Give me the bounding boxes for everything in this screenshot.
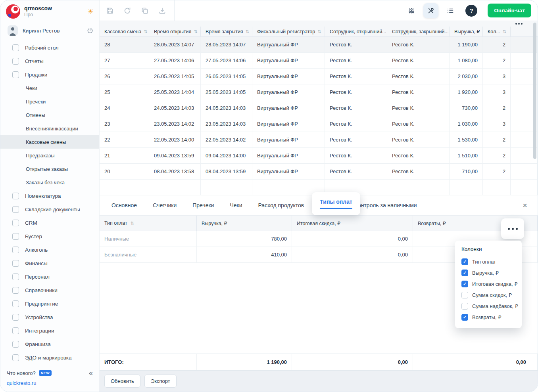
help-button[interactable]: ? [465,5,477,17]
detail-tab[interactable]: Чеки [222,195,250,215]
sidebar-item[interactable]: Финансы [0,256,99,270]
shift-row[interactable]: 20 08.04.2023 13:58 08.04.2023 13:59 Вир… [100,164,538,180]
column-toggle-label: Сумма скидок, ₽ [472,292,512,298]
sidebar-item[interactable]: Бустер [0,229,99,243]
cell-count: 2 [483,164,511,179]
sidebar-item[interactable]: Рабочий стол [0,41,99,54]
shifts-column-header[interactable]: Время открытия ⇅ [149,27,201,36]
payments-column-header[interactable]: Итоговая скидка, ₽ ⇅ [292,216,413,231]
checkbox-icon[interactable] [461,270,468,276]
sidebar-item-label: Финансы [25,260,48,266]
sidebar-item[interactable]: Персонал [0,270,99,283]
save-icon[interactable] [106,7,114,15]
sidebar-item[interactable]: Продажи [0,68,99,81]
checkbox-icon[interactable] [461,303,468,310]
action-button[interactable]: Обновить [104,375,140,388]
sidebar-subitem[interactable]: Чеки [0,81,99,95]
sidebar-item[interactable]: Алкоголь [0,243,99,256]
shift-row[interactable]: 27 27.05.2023 14:06 27.05.2023 14:06 Вир… [100,53,538,69]
download-icon[interactable] [158,7,166,15]
logout-icon[interactable] [86,27,94,34]
avatar [8,25,18,36]
shifts-column-header[interactable]: Кассовая смена ⇅ [100,27,149,36]
refresh-icon[interactable] [123,7,131,15]
sidebar-subitem[interactable]: Заказы без чека [0,176,99,189]
close-panel-icon[interactable]: × [516,201,534,210]
theme-toggle-icon[interactable]: ☀ [87,7,94,16]
shift-row[interactable]: 24 24.05.2023 14:03 24.05.2023 14:03 Вир… [100,100,538,116]
sidebar-item[interactable]: Франшиза [0,337,99,351]
sidebar-item[interactable]: Предприятие [0,297,99,310]
cell-closed-by: Рестов К. [387,37,450,52]
sidebar-item[interactable]: Устройства [0,310,99,324]
shifts-column-header[interactable]: Кол... ⇅ [483,27,511,36]
shifts-column-header[interactable]: Сотрудник, открывший... ⇅ [325,27,387,36]
cell-extra [511,164,538,179]
column-toggle[interactable]: Возвраты, ₽ [461,312,515,323]
sidebar-subitem[interactable]: Предзаказы [0,149,99,162]
shift-row[interactable]: 28 28.05.2023 14:07 28.05.2023 14:07 Вир… [100,37,538,53]
shift-row[interactable]: 26 26.05.2023 14:05 26.05.2023 14:05 Вир… [100,69,538,84]
sort-icon: ⇅ [194,29,197,34]
whats-new-link[interactable]: Что нового? [7,370,36,376]
shift-row[interactable]: 22 22.05.2023 14:00 22.05.2023 14:02 Вир… [100,132,538,148]
detail-tab[interactable]: Счетчики [145,195,184,215]
column-toggle[interactable]: Выручка, ₽ [461,267,515,278]
detail-tab[interactable]: Основное [104,195,145,215]
sidebar-subitem-label: Предзаказы [26,153,55,159]
shifts-column-header[interactable]: Фискальный регистратор ⇅ [252,27,325,36]
online-chat-button[interactable]: Онлайн-чат [488,4,531,17]
payments-column-header[interactable]: Выручка, ₽ ⇅ [197,216,292,231]
vertical-scrollbar[interactable] [533,23,536,159]
checkbox-icon[interactable] [461,292,468,298]
sidebar-item[interactable]: Интеграции [0,324,99,337]
user-row: Кирилл Рестов [0,23,99,38]
collapse-sidebar-icon[interactable]: « [89,369,93,377]
detail-tab[interactable]: Пречеки [184,195,222,215]
sidebar-subitem[interactable]: Пречеки [0,95,99,108]
cell-closed-by: Рестов К. [387,164,450,179]
site-link[interactable]: quickresto.ru [0,379,99,388]
column-header-label: Возвраты, ₽ [418,220,446,226]
sidebar-item[interactable]: Складские документы [0,203,99,216]
shifts-column-header[interactable]: Время закрытия ⇅ [201,27,252,36]
column-header-label: Фискальный регистратор [257,29,315,34]
checkbox-icon[interactable] [461,258,468,265]
sidebar-subitem[interactable]: Внесения/инкассации [0,122,99,135]
column-toggle[interactable]: Сумма скидок, ₽ [461,289,515,300]
shift-row[interactable]: 25 25.05.2023 14:04 25.05.2023 14:05 Вир… [100,84,538,100]
filters-icon[interactable] [407,7,415,15]
column-toggle[interactable]: Итоговая скидка, ₽ [461,278,515,289]
checkbox-icon[interactable] [461,314,468,321]
payments-column-header[interactable]: Тип оплат ⇅ [100,216,197,231]
copy-icon[interactable] [141,7,149,15]
column-toggle[interactable]: Сумма надбавок, ₽ [461,300,515,312]
more-columns-button[interactable] [501,218,524,239]
cell-open-time: 22.05.2023 14:00 [149,132,201,147]
sidebar-item[interactable]: Отчеты [0,54,99,68]
sidebar-subitem[interactable]: Кассовые смены [0,135,99,149]
action-button[interactable]: Экспорт [144,375,177,388]
shift-row[interactable]: 21 09.04.2023 13:59 09.04.2023 14:00 Вир… [100,148,538,164]
checkbox-icon[interactable] [461,281,468,287]
tools-icon[interactable] [423,3,438,18]
sidebar-subitem[interactable]: Отмены [0,108,99,122]
shifts-column-header[interactable]: Сотрудник, закрывший... ⇅ [387,27,450,36]
menu-item-icon [12,260,19,267]
cell-revenue: 2 030,00 [450,69,483,84]
list-icon[interactable] [446,7,454,15]
sidebar-item[interactable]: Справочники [0,283,99,297]
shift-row[interactable]: 23 23.05.2023 14:02 23.05.2023 14:03 Вир… [100,116,538,132]
detail-tab[interactable]: Типы оплат [312,192,360,215]
sidebar-item[interactable]: Номенклатура [0,189,99,203]
column-toggle[interactable]: Тип оплат [461,256,515,267]
sidebar-item[interactable]: CRM [0,216,99,229]
sidebar-item[interactable]: ЭДО и маркировка [0,351,99,364]
cell-closed-by: Рестов К. [387,132,450,147]
sidebar-subitem[interactable]: Открытые заказы [0,162,99,176]
shifts-column-header[interactable]: Выручка, ₽ ⇅ [450,27,483,36]
column-header-label: Итоговая скидка, ₽ [297,220,340,226]
detail-tab[interactable]: Расход продуктов [250,195,312,215]
sidebar-subitem-label: Кассовые смены [26,139,66,145]
cell-count: 2 [483,100,511,116]
